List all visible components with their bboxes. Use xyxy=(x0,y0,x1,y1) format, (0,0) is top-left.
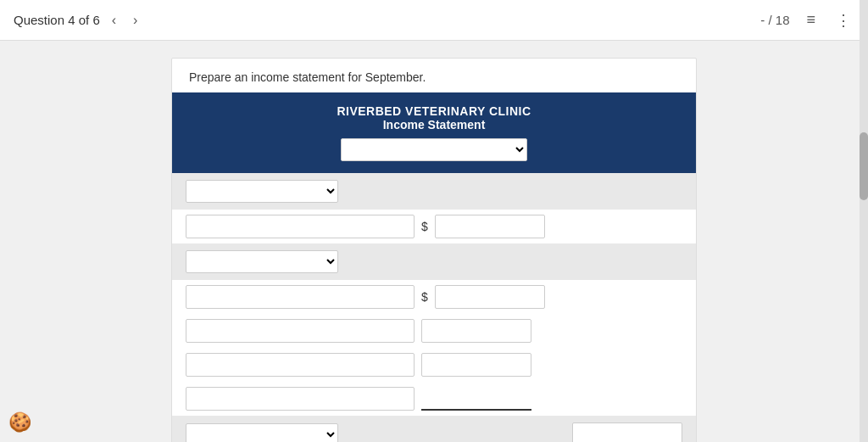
label-input-1[interactable] xyxy=(186,215,415,238)
question-label: Question 4 of 6 xyxy=(14,13,100,27)
input-row-3 xyxy=(172,314,696,348)
section3-select[interactable]: Total Expenses Net Income xyxy=(186,423,338,443)
company-name: RIVERBED VETERINARY CLINIC xyxy=(189,104,679,118)
label-input-4[interactable] xyxy=(186,353,415,377)
section1-row: Revenues Expenses xyxy=(172,173,696,210)
scrollbar[interactable] xyxy=(860,0,868,442)
amount-input-4[interactable] xyxy=(421,353,531,377)
label-input-2[interactable] xyxy=(186,285,415,309)
date-select[interactable]: For the Month Ended September 30 For the… xyxy=(341,138,527,161)
scrollbar-thumb[interactable] xyxy=(860,132,868,200)
list-icon-button[interactable]: ≡ xyxy=(803,8,819,32)
more-icon-button[interactable]: ⋮ xyxy=(832,8,854,33)
amount-input-1[interactable] xyxy=(435,215,545,238)
main-content: Prepare an income statement for Septembe… xyxy=(0,41,868,442)
amount-input-2[interactable] xyxy=(435,285,545,309)
statement-title: Income Statement xyxy=(189,118,679,131)
cookie-icon[interactable]: 🍪 xyxy=(8,411,31,434)
score-label: - / 18 xyxy=(760,13,789,27)
amount-input-5[interactable] xyxy=(421,387,531,411)
input-row-5 xyxy=(172,382,696,416)
section2-select[interactable]: Revenues Expenses xyxy=(186,250,338,273)
statement-header: RIVERBED VETERINARY CLINIC Income Statem… xyxy=(172,92,696,173)
top-bar: Question 4 of 6 ‹ › - / 18 ≡ ⋮ xyxy=(0,0,868,41)
label-input-5[interactable] xyxy=(186,387,415,411)
section2-row: Revenues Expenses xyxy=(172,243,696,280)
top-bar-right: - / 18 ≡ ⋮ xyxy=(760,8,854,33)
input-row-4 xyxy=(172,348,696,382)
next-button[interactable]: › xyxy=(128,9,142,31)
amount-input-3[interactable] xyxy=(421,319,531,343)
card: Prepare an income statement for Septembe… xyxy=(171,58,697,442)
section1-select[interactable]: Revenues Expenses xyxy=(186,180,338,203)
date-row: For the Month Ended September 30 For the… xyxy=(189,138,679,161)
instruction-text: Prepare an income statement for Septembe… xyxy=(172,59,696,92)
section3-row: Total Expenses Net Income xyxy=(172,416,696,442)
dollar-sign-2: $ xyxy=(421,290,428,304)
prev-button[interactable]: ‹ xyxy=(107,9,121,31)
input-row-1: $ xyxy=(172,210,696,243)
top-bar-left: Question 4 of 6 ‹ › xyxy=(14,9,142,31)
input-row-2: $ xyxy=(172,280,696,314)
subtotal-input[interactable] xyxy=(572,422,682,442)
dollar-sign-1: $ xyxy=(421,220,428,233)
label-input-3[interactable] xyxy=(186,319,415,343)
